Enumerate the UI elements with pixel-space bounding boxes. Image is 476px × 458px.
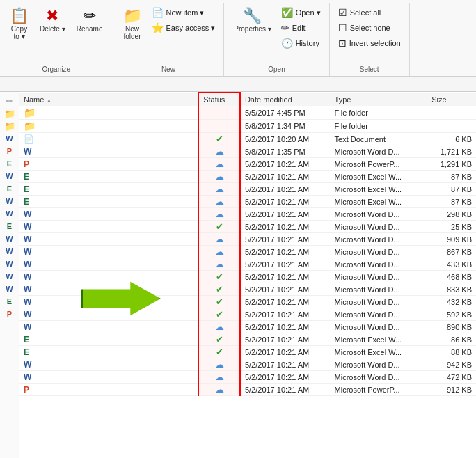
table-row[interactable]: 📁5/8/2017 1:34 PMFile folder (19, 120, 476, 133)
file-icon: W (24, 247, 31, 257)
select-none-button[interactable]: ☐ Select none (335, 21, 404, 35)
invert-selection-button[interactable]: ⊡ Invert selection (335, 36, 404, 50)
status-cell: ✔ (198, 271, 240, 283)
size-cell: 433 KB (427, 258, 476, 271)
history-button[interactable]: 🕐 History (278, 36, 324, 50)
file-icon: W (24, 360, 31, 370)
copy-button[interactable]: 📋 Copyto ▾ (6, 6, 33, 43)
nav-icon-word8: W (2, 271, 17, 282)
file-table: Name ▲ Status Date modified Type Size (19, 92, 476, 396)
type-cell: Microsoft Word D... (331, 283, 428, 296)
date-modified-cell: 5/2/2017 10:21 AM (240, 233, 331, 246)
file-icon: W (24, 372, 31, 382)
delete-button[interactable]: ✖ Delete ▾ (35, 6, 70, 35)
file-icon: W (24, 272, 31, 282)
nav-icon-folder2: 📁 (2, 120, 17, 132)
col-header-status[interactable]: Status (198, 93, 240, 106)
rename-button[interactable]: ✏ Rename (72, 6, 107, 35)
col-header-size[interactable]: Size (427, 93, 476, 106)
file-icon: E (24, 335, 29, 345)
file-icon: 📄 (24, 134, 34, 144)
easy-access-button[interactable]: ⭐ Easy access ▾ (149, 21, 219, 35)
cloud-status-icon: ☁ (215, 209, 224, 219)
edit-icon: ✏ (281, 22, 289, 33)
table-row[interactable]: E☁5/2/2017 10:21 AMMicrosoft Excel W...8… (19, 196, 476, 208)
open-button[interactable]: ✅ Open ▾ (278, 6, 324, 19)
type-cell: Microsoft Word D... (331, 145, 428, 158)
nav-icon-word9: W (2, 283, 17, 294)
properties-button[interactable]: 🔧 Properties ▾ (230, 6, 275, 35)
col-header-name[interactable]: Name ▲ (19, 93, 198, 106)
cloud-status-icon: ☁ (215, 322, 224, 332)
status-cell: ✔ (198, 333, 240, 346)
size-cell: 942 KB (427, 358, 476, 371)
select-all-button[interactable]: ☑ Select all (335, 6, 404, 19)
table-row[interactable]: W☁5/2/2017 10:21 AMMicrosoft Word D...43… (19, 258, 476, 271)
table-row[interactable]: P☁5/2/2017 10:21 AMMicrosoft PowerP...91… (19, 384, 476, 396)
size-cell: 472 KB (427, 371, 476, 384)
table-row[interactable]: E☁5/2/2017 10:21 AMMicrosoft Excel W...8… (19, 183, 476, 196)
table-row[interactable]: W☁5/2/2017 10:21 AMMicrosoft Word D...86… (19, 246, 476, 258)
size-cell: 890 KB (427, 321, 476, 333)
table-row[interactable]: W☁5/2/2017 10:21 AMMicrosoft Word D...94… (19, 358, 476, 371)
table-row[interactable]: W☁5/8/2017 1:35 PMMicrosoft Word D...1,7… (19, 145, 476, 158)
copy-label: Copyto ▾ (11, 25, 27, 40)
new-folder-button[interactable]: 📁 Newfolder (119, 6, 146, 43)
ribbon-group-new: 📁 Newfolder 📄 New item ▾ ⭐ Easy access ▾… (113, 3, 225, 76)
file-icon: 📁 (24, 107, 35, 118)
size-cell: 432 KB (427, 296, 476, 308)
table-row[interactable]: W✔5/2/2017 10:21 AMMicrosoft Word D...25… (19, 221, 476, 233)
ribbon-group-select: ☑ Select all ☐ Select none ⊡ Invert sele… (330, 3, 410, 76)
address-bar (0, 77, 476, 92)
new-item-button[interactable]: 📄 New item ▾ (149, 6, 219, 19)
table-row[interactable]: E☁5/2/2017 10:21 AMMicrosoft Excel W...8… (19, 171, 476, 183)
file-icon: W (24, 285, 31, 294)
col-header-type[interactable]: Type (331, 93, 428, 106)
type-cell: Microsoft Word D... (331, 246, 428, 258)
table-row[interactable]: 📁5/5/2017 4:45 PMFile folder (19, 106, 476, 120)
nav-icon-ppt2: P (2, 308, 17, 319)
status-cell (198, 120, 240, 133)
type-cell: Microsoft Word D... (331, 221, 428, 233)
date-modified-cell: 5/2/2017 10:21 AM (240, 333, 331, 346)
table-row[interactable]: W✔5/2/2017 10:21 AMMicrosoft Word D...59… (19, 308, 476, 321)
history-label: History (296, 39, 319, 47)
file-list[interactable]: Name ▲ Status Date modified Type Size (19, 92, 476, 458)
nav-icon-word7: W (2, 258, 17, 269)
edit-button[interactable]: ✏ Edit (278, 21, 324, 35)
date-modified-cell: 5/2/2017 10:20 AM (240, 133, 331, 145)
select-all-icon: ☑ (338, 7, 347, 18)
table-row[interactable]: W✔5/2/2017 10:21 AMMicrosoft Word D...43… (19, 296, 476, 308)
size-cell: 87 KB (427, 196, 476, 208)
cloud-status-icon: ☁ (215, 159, 224, 169)
easy-access-label: Easy access ▾ (166, 24, 216, 33)
date-modified-cell: 5/2/2017 10:21 AM (240, 208, 331, 221)
date-modified-cell: 5/2/2017 10:21 AM (240, 171, 331, 183)
table-row[interactable]: P☁5/2/2017 10:21 AMMicrosoft PowerP...1,… (19, 158, 476, 171)
date-modified-cell: 5/2/2017 10:21 AM (240, 296, 331, 308)
table-row[interactable]: W☁5/2/2017 10:21 AMMicrosoft Word D...89… (19, 321, 476, 333)
file-icon: W (24, 322, 31, 332)
new-item-label: New item ▾ (166, 8, 205, 17)
date-modified-cell: 5/2/2017 10:21 AM (240, 384, 331, 396)
table-row[interactable]: W✔5/2/2017 10:21 AMMicrosoft Word D...83… (19, 283, 476, 296)
table-row[interactable]: E✔5/2/2017 10:21 AMMicrosoft Excel W...8… (19, 333, 476, 346)
file-icon: W (24, 147, 31, 157)
file-icon: 📁 (24, 120, 35, 132)
status-cell: ✔ (198, 296, 240, 308)
table-row[interactable]: W☁5/2/2017 10:21 AMMicrosoft Word D...47… (19, 371, 476, 384)
select-none-label: Select none (350, 24, 390, 32)
date-modified-cell: 5/2/2017 10:21 AM (240, 308, 331, 321)
new-item-icon: 📄 (152, 7, 164, 18)
left-nav: ✏ 📁 📁 W P E W E W W E W W W W W E P (0, 92, 19, 458)
table-row[interactable]: 📄✔5/2/2017 10:20 AMText Document6 KB (19, 133, 476, 145)
col-header-date[interactable]: Date modified (240, 93, 331, 106)
file-icon: E (24, 347, 29, 357)
nav-icon-word1: W (2, 133, 17, 144)
table-row[interactable]: E✔5/2/2017 10:21 AMMicrosoft Excel W...8… (19, 346, 476, 358)
type-cell: Microsoft Excel W... (331, 196, 428, 208)
table-row[interactable]: W☁5/2/2017 10:21 AMMicrosoft Word D...29… (19, 208, 476, 221)
table-row[interactable]: W☁5/2/2017 10:21 AMMicrosoft Word D...90… (19, 233, 476, 246)
table-row[interactable]: W✔5/2/2017 10:21 AMMicrosoft Word D...46… (19, 271, 476, 283)
status-cell: ☁ (198, 145, 240, 158)
